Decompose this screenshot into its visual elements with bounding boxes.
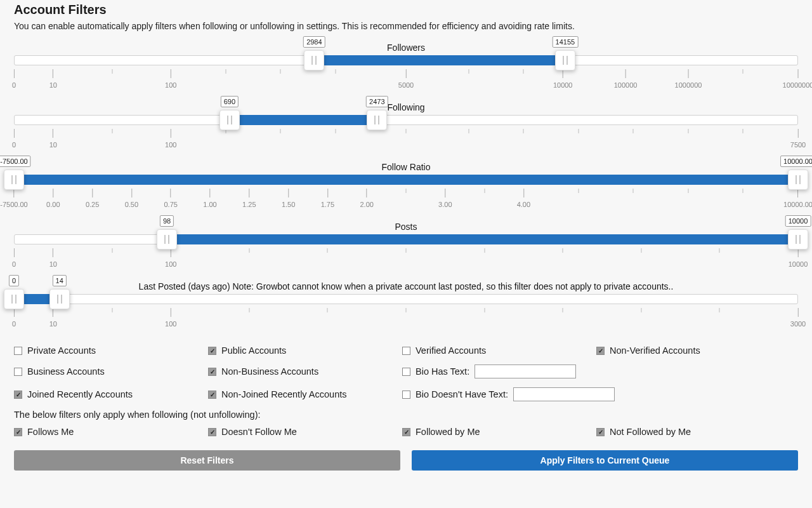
following-high-handle[interactable] [367, 110, 387, 130]
biohas-checkbox[interactable] [402, 368, 410, 376]
nonverified-label: Non-Verified Accounts [610, 345, 700, 356]
followers-ticks: 010100500010000100000100000010000000 [14, 69, 798, 87]
posts-high-value[interactable]: 10000 [785, 215, 811, 227]
doesntfollow-label: Doesn't Follow Me [221, 427, 297, 437]
ratio-low-handle[interactable] [4, 170, 24, 190]
private-checkbox[interactable] [14, 347, 22, 355]
lastposted-low-value[interactable]: 0 [9, 275, 19, 286]
ratio-high-handle[interactable] [788, 170, 808, 190]
followers-slider-label: Followers [14, 43, 798, 53]
checkbox-grid: Private Accounts Public Accounts Verifie… [14, 341, 798, 441]
posts-ticks: 01010010000 [14, 248, 798, 266]
lastposted-high-value[interactable]: 14 [53, 275, 67, 286]
followers-high-value[interactable]: 14155 [553, 36, 579, 48]
lastposted-high-handle[interactable] [49, 289, 70, 309]
business-label: Business Accounts [27, 366, 105, 377]
apply-filters-button[interactable]: Apply Filters to Current Queue [412, 450, 798, 471]
following-slider-label: Following [14, 102, 798, 112]
nonjoined-label: Non-Joined Recently Accounts [221, 389, 346, 399]
followers-low-handle[interactable] [304, 50, 324, 70]
following-track[interactable] [14, 115, 798, 125]
ratio-high-value[interactable]: 10000.00 [780, 156, 812, 167]
joined-label: Joined Recently Accounts [27, 389, 133, 399]
followers-fill [314, 55, 565, 65]
nonjoined-checkbox[interactable] [208, 391, 216, 399]
nonbusiness-checkbox[interactable] [208, 368, 216, 376]
following-high-value[interactable]: 2473 [366, 96, 388, 107]
ratio-ticks: -7500.000.000.250.500.751.001.251.501.75… [14, 189, 798, 206]
page-description: You can enable automatically apply filte… [14, 21, 798, 31]
posts-high-handle[interactable] [788, 229, 808, 250]
bio-has-input[interactable] [475, 364, 576, 378]
lastposted-ticks: 0101003000 [14, 308, 798, 326]
joined-checkbox[interactable] [14, 391, 22, 399]
bio-no-input[interactable] [513, 387, 615, 401]
following-ticks: 0101007500 [14, 129, 798, 147]
business-checkbox[interactable] [14, 368, 22, 376]
page-title: Account Filters [14, 3, 798, 17]
ratio-slider: Follow Ratio-7500.0010000.00-7500.000.00… [14, 162, 798, 206]
posts-slider: Posts981000001010010000 [14, 222, 798, 266]
following-low-handle[interactable] [219, 110, 240, 130]
nonbusiness-label: Non-Business Accounts [221, 366, 318, 377]
followers-low-value[interactable]: 2984 [303, 36, 325, 48]
biohas-label: Bio Has Text: [416, 366, 469, 377]
posts-slider-label: Posts [14, 222, 798, 232]
verified-checkbox[interactable] [402, 347, 410, 355]
followedby-checkbox[interactable] [402, 428, 410, 436]
posts-low-handle[interactable] [157, 229, 177, 250]
public-label: Public Accounts [221, 345, 286, 356]
verified-label: Verified Accounts [416, 345, 486, 356]
lastposted-slider: Last Posted (days ago) Note: Growbot can… [14, 281, 798, 326]
followers-slider: Followers2984141550101005000100001000001… [14, 43, 798, 87]
posts-low-value[interactable]: 98 [160, 215, 174, 227]
public-checkbox[interactable] [208, 347, 216, 355]
posts-fill [167, 234, 798, 244]
biono-label: Bio Doesn't Have Text: [416, 389, 508, 399]
followedby-label: Followed by Me [416, 427, 480, 437]
lastposted-slider-label: Last Posted (days ago) Note: Growbot can… [14, 281, 798, 291]
reset-filters-button[interactable]: Reset Filters [14, 450, 400, 471]
biono-checkbox[interactable] [402, 391, 410, 399]
private-label: Private Accounts [27, 345, 96, 356]
notfollowedby-checkbox[interactable] [596, 428, 605, 436]
notfollowedby-label: Not Followed by Me [610, 427, 691, 437]
followsme-checkbox[interactable] [14, 428, 22, 436]
ratio-fill [14, 175, 798, 185]
doesntfollow-checkbox[interactable] [208, 428, 216, 436]
nonverified-checkbox[interactable] [596, 347, 605, 355]
followers-high-handle[interactable] [555, 50, 575, 70]
ratio-low-value[interactable]: -7500.00 [0, 156, 31, 167]
lastposted-low-handle[interactable] [4, 289, 24, 309]
lastposted-track[interactable] [14, 294, 798, 304]
following-low-value[interactable]: 690 [221, 96, 239, 107]
ratio-slider-label: Follow Ratio [14, 162, 798, 172]
following-slider: Following69024730101007500 [14, 102, 798, 147]
followsme-label: Follows Me [27, 427, 74, 437]
following-fill [230, 115, 377, 125]
following-only-note: The below filters only apply when follow… [14, 410, 798, 420]
